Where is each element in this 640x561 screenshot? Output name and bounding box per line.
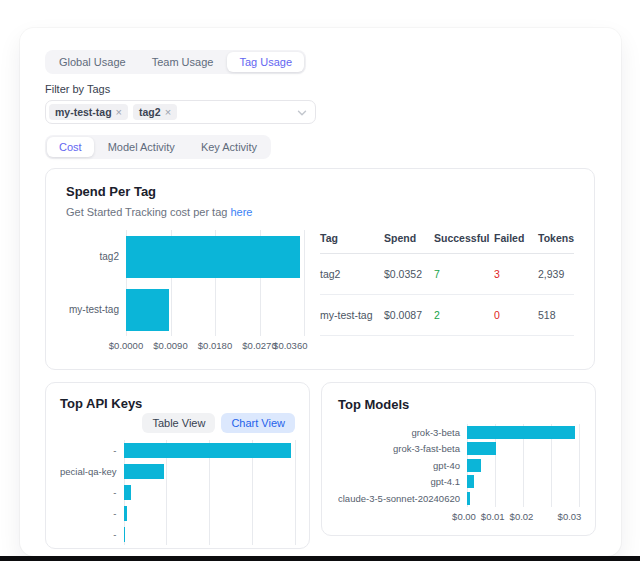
card-title: Spend Per Tag (66, 184, 574, 199)
bar-row (467, 474, 579, 491)
chart-body: grok-3-betagrok-3-fast-betagpt-4ogpt-4.1… (338, 424, 579, 507)
plot-area (126, 230, 304, 336)
bar[interactable] (124, 464, 165, 479)
top-api-keys-card: Top API Keys Table View Chart View -peci… (45, 382, 310, 549)
spend-per-tag-card: Spend Per Tag Get Started Tracking cost … (45, 168, 595, 370)
category-label: grok-3-fast-beta (338, 441, 467, 458)
page: Global Usage Team Usage Tag Usage Filter… (0, 0, 640, 561)
bar[interactable] (124, 506, 127, 521)
bar[interactable] (124, 485, 132, 500)
x-tick-label: $0.0360 (273, 340, 307, 351)
tag-pill-label: tag2 (139, 106, 161, 118)
bar-row (124, 524, 296, 545)
top-models-card: Top Models grok-3-betagrok-3-fast-betagp… (321, 382, 596, 536)
x-tick-label: $0.0090 (153, 340, 187, 351)
view-tabs: Cost Model Activity Key Activity (45, 135, 271, 159)
category-label: - (60, 524, 124, 545)
tab-global-usage[interactable]: Global Usage (47, 52, 138, 72)
bar-row (467, 457, 579, 474)
bar[interactable] (467, 492, 470, 505)
bar-row (124, 482, 296, 503)
bar[interactable] (126, 289, 169, 331)
bar[interactable] (124, 443, 292, 458)
bar-row (126, 283, 304, 336)
usage-tabs: Global Usage Team Usage Tag Usage (45, 50, 306, 74)
x-tick-label: $0.0270 (242, 340, 276, 351)
card-title: Top Models (338, 397, 579, 412)
table-row: my-test-tag $0.0087 2 0 518 (320, 295, 574, 336)
card-title: Top API Keys (60, 396, 295, 411)
chart-body: tag2my-test-tag (66, 230, 304, 336)
bar[interactable] (467, 442, 496, 455)
category-label: tag2 (66, 230, 126, 283)
category-label: - (60, 440, 124, 461)
category-label: gpt-4o (338, 457, 467, 474)
category-label: pecial-qa-key (60, 461, 124, 482)
cell-tag: my-test-tag (320, 309, 384, 321)
cell-successful: 7 (434, 268, 494, 280)
y-axis-labels: -pecial-qa-key--- (60, 440, 124, 545)
tab-key-activity[interactable]: Key Activity (189, 137, 269, 157)
gridline (295, 440, 296, 545)
plot-area (467, 424, 579, 507)
plot-area (124, 440, 296, 545)
col-header-tag: Tag (320, 230, 384, 253)
x-axis: $0.00$0.01$0.02$0.03 (464, 507, 579, 522)
selected-tag-pill: tag2 × (133, 104, 177, 120)
category-label: - (60, 503, 124, 524)
subtitle-text: Get Started Tracking cost per tag (66, 206, 230, 218)
chart-view-button[interactable]: Chart View (221, 413, 295, 433)
bottom-cards-row: Top API Keys Table View Chart View -peci… (45, 382, 596, 549)
category-label: gpt-4.1 (338, 474, 467, 491)
remove-tag-icon[interactable]: × (165, 107, 171, 118)
x-tick-label: $0.0000 (109, 340, 143, 351)
bar-row (124, 461, 296, 482)
selected-tag-pill: my-test-tag × (49, 104, 128, 120)
spend-card-body: tag2my-test-tag$0.0000$0.0090$0.0180$0.0… (66, 230, 574, 351)
table-view-button[interactable]: Table View (142, 413, 215, 433)
remove-tag-icon[interactable]: × (116, 107, 122, 118)
cell-failed: 3 (494, 268, 538, 280)
view-toggle: Table View Chart View (60, 413, 295, 433)
x-tick-label: $0.02 (510, 511, 534, 522)
cell-tokens: 518 (538, 309, 574, 321)
footer-bar (0, 556, 640, 561)
col-header-failed: Failed (494, 230, 538, 253)
filter-by-tags-label: Filter by Tags (45, 83, 596, 95)
tag-filter-select[interactable]: my-test-tag × tag2 × (45, 100, 316, 124)
x-tick-label: $0.0180 (198, 340, 232, 351)
category-label: - (60, 482, 124, 503)
tab-cost[interactable]: Cost (47, 137, 94, 157)
top-models-chart: grok-3-betagrok-3-fast-betagpt-4ogpt-4.1… (338, 424, 579, 522)
bar[interactable] (467, 475, 474, 488)
x-axis: $0.0000$0.0090$0.0180$0.0270$0.0360 (126, 336, 304, 351)
here-link[interactable]: here (230, 206, 252, 218)
bar-row (467, 441, 579, 458)
table-row: tag2 $0.0352 7 3 2,939 (320, 254, 574, 295)
category-label: my-test-tag (66, 283, 126, 336)
cell-failed: 0 (494, 309, 538, 321)
cell-tag: tag2 (320, 268, 384, 280)
table-header-row: Tag Spend Successful Failed Tokens (320, 230, 574, 254)
category-label: claude-3-5-sonnet-20240620 (338, 490, 467, 507)
bar[interactable] (467, 459, 481, 472)
bar[interactable] (126, 236, 300, 278)
bar[interactable] (467, 426, 575, 439)
bar-row (126, 230, 304, 283)
tab-tag-usage[interactable]: Tag Usage (227, 52, 304, 72)
bar-row (124, 503, 296, 524)
gridline (304, 230, 305, 336)
tag-pill-label: my-test-tag (55, 106, 112, 118)
tab-model-activity[interactable]: Model Activity (96, 137, 187, 157)
app-container: Global Usage Team Usage Tag Usage Filter… (20, 28, 621, 556)
category-label: grok-3-beta (338, 424, 467, 441)
tab-team-usage[interactable]: Team Usage (140, 52, 226, 72)
chevron-down-icon[interactable] (297, 108, 307, 118)
col-header-tokens: Tokens (538, 230, 574, 253)
chart-body: -pecial-qa-key--- (60, 440, 295, 545)
card-subtitle: Get Started Tracking cost per tag here (66, 206, 574, 218)
y-axis-labels: grok-3-betagrok-3-fast-betagpt-4ogpt-4.1… (338, 424, 467, 507)
y-axis-labels: tag2my-test-tag (66, 230, 126, 336)
x-tick-label: $0.01 (481, 511, 505, 522)
top-api-keys-chart: -pecial-qa-key--- (60, 440, 295, 545)
